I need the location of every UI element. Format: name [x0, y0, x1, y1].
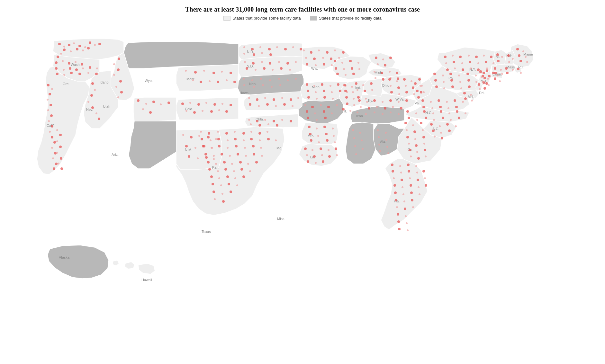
- dot: [475, 56, 478, 58]
- dot: [415, 112, 417, 114]
- dot: [309, 133, 312, 135]
- dot: [278, 61, 280, 63]
- dot: [243, 78, 245, 80]
- dot: [220, 184, 222, 186]
- dot: [374, 111, 375, 113]
- dot: [236, 184, 238, 186]
- dot: [425, 117, 427, 119]
- dot: [225, 132, 228, 135]
- dot: [435, 85, 438, 88]
- dot: [381, 72, 383, 74]
- dot: [430, 123, 433, 126]
- dot: [258, 132, 261, 135]
- dot: [443, 81, 445, 83]
- dot: [317, 135, 319, 137]
- dot: [486, 69, 488, 72]
- label-wyo: Wyo.: [145, 79, 153, 83]
- dot: [398, 101, 400, 103]
- dot: [488, 84, 490, 86]
- state-utah: [133, 97, 176, 121]
- dot: [68, 62, 70, 65]
- dot: [434, 136, 436, 138]
- dot: [117, 68, 120, 71]
- dot: [334, 141, 336, 143]
- dot: [497, 75, 499, 76]
- dot: [258, 105, 260, 107]
- dot: [403, 78, 406, 81]
- dot: [501, 56, 503, 58]
- dot: [357, 96, 360, 99]
- us-map-svg: Wash. Ore. Calif. Nev. Utah Idaho Mont. …: [0, 21, 605, 364]
- dot: [230, 191, 232, 193]
- dot: [323, 126, 326, 128]
- dot: [365, 98, 367, 100]
- dot: [190, 136, 193, 138]
- dot: [209, 80, 211, 82]
- dot: [446, 68, 449, 71]
- dot: [337, 83, 339, 86]
- dot: [60, 157, 62, 160]
- dot: [345, 74, 347, 76]
- dot: [416, 172, 418, 173]
- dot: [214, 198, 216, 200]
- dot: [441, 137, 443, 139]
- dot: [492, 72, 495, 74]
- dot: [221, 103, 223, 105]
- dot: [213, 158, 215, 160]
- dot: [389, 99, 392, 102]
- dot: [59, 134, 62, 136]
- dot: [47, 84, 50, 86]
- dot: [200, 81, 202, 83]
- dot: [316, 119, 318, 121]
- dot: [406, 129, 408, 131]
- dot: [406, 222, 408, 224]
- dot: [475, 75, 477, 76]
- label-del: Del.: [479, 91, 485, 95]
- dot: [462, 68, 464, 71]
- dot: [240, 168, 243, 171]
- dot: [315, 162, 317, 164]
- dot: [210, 139, 212, 141]
- dot: [202, 110, 203, 112]
- dot: [218, 177, 220, 179]
- dot: [405, 91, 408, 93]
- dot: [51, 136, 53, 138]
- dot: [512, 58, 514, 60]
- dot: [351, 86, 353, 88]
- dot: [207, 136, 210, 138]
- dot: [469, 61, 471, 63]
- dot: [307, 160, 309, 163]
- dot: [483, 72, 485, 74]
- label-az: Ariz.: [112, 153, 119, 156]
- dot: [412, 206, 414, 208]
- dot: [450, 79, 453, 82]
- dot: [390, 91, 393, 93]
- dot: [410, 184, 412, 187]
- dot: [439, 106, 442, 108]
- dot: [201, 138, 203, 140]
- dot: [412, 86, 414, 89]
- dot: [378, 136, 380, 138]
- state-mo: [298, 98, 343, 123]
- dot: [98, 43, 101, 45]
- dot: [494, 72, 497, 74]
- dot: [460, 87, 462, 89]
- dot: [477, 62, 479, 64]
- dot: [244, 61, 246, 63]
- dot: [368, 107, 370, 110]
- dot: [308, 126, 311, 128]
- state-mont: [124, 42, 239, 68]
- dot: [248, 119, 250, 121]
- dot: [405, 99, 408, 102]
- dot: [407, 229, 409, 231]
- dot: [202, 145, 204, 147]
- dot: [233, 170, 235, 172]
- dot: [73, 42, 75, 44]
- dot: [57, 56, 59, 58]
- state-hawaii: [113, 260, 155, 274]
- dot: [312, 149, 313, 151]
- dot: [269, 53, 272, 56]
- state-alaska: [48, 245, 109, 279]
- dot: [221, 193, 223, 195]
- dot: [208, 168, 211, 171]
